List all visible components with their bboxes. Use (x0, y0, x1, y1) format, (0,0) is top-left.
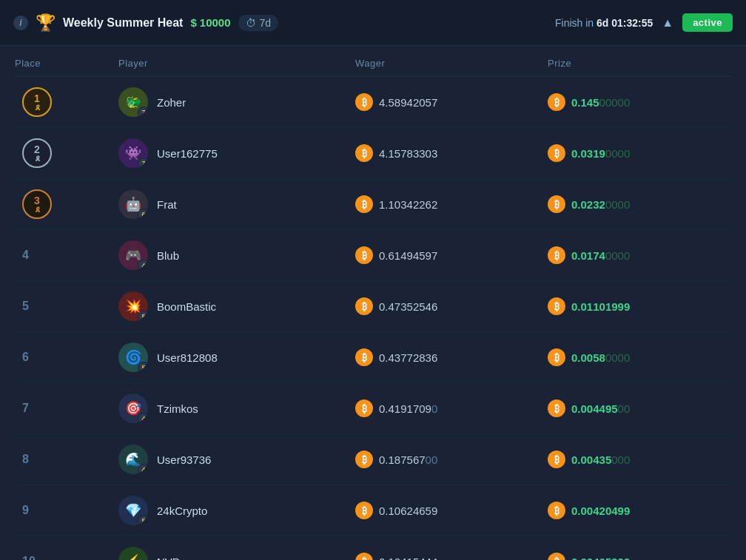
wager-cell: ₿ 0.41917090 (355, 399, 548, 417)
table-row: 5 💥 5 BoomBastic ₿ 0.47352546 ₿ 0.011019… (15, 281, 731, 332)
place-cell: 3 🎗 (15, 189, 118, 219)
place-number: 7 (22, 402, 29, 415)
place-cell: 5 (15, 300, 118, 313)
table-header: Place Player Wager Prize (15, 46, 731, 77)
header-left: i 🏆 Weekly Summer Heat $ 10000 ⏱ 7d (13, 13, 278, 33)
table-row: 4 🎮 4 Blub ₿ 0.61494597 ₿ 0.01740000 (15, 230, 731, 281)
wager-cell: ₿ 4.58942057 (355, 93, 548, 111)
wager-value: 0.47352546 (379, 300, 437, 313)
player-name[interactable]: User162775 (157, 147, 218, 160)
wager-cell: ₿ 1.10342262 (355, 195, 548, 213)
avatar-level: 6 (138, 209, 148, 219)
player-name[interactable]: User93736 (157, 453, 211, 466)
prize-value: 0.02320000 (571, 198, 630, 211)
avatar-level: 4 (138, 464, 148, 474)
prize-cell: ₿ 0.01740000 (548, 246, 731, 264)
btc-icon: ₿ (355, 144, 373, 162)
prize-amount: 10000 (200, 16, 231, 29)
avatar: 🎮 4 (118, 240, 148, 270)
wager-cell: ₿ 0.61494597 (355, 246, 548, 264)
prize-btc-icon: ₿ (548, 399, 565, 417)
chevron-up-icon[interactable]: ▲ (662, 16, 673, 30)
finish-label: Finish in 6d 01:32:55 (555, 17, 653, 29)
player-name[interactable]: Zoher (157, 96, 186, 109)
btc-icon: ₿ (355, 246, 373, 264)
avatar-level: 4 (138, 260, 148, 270)
wager-cell: ₿ 0.43772836 (355, 348, 548, 366)
player-name[interactable]: BoomBastic (157, 300, 216, 313)
avatar-level: 7 (138, 158, 148, 168)
prize-value: 0.00435000 (571, 453, 630, 466)
prize-btc-icon: ₿ (548, 553, 565, 560)
table-row: 6 🌀 5 User812808 ₿ 0.43772836 ₿ 0.005800… (15, 332, 731, 383)
prize-btc-icon: ₿ (548, 195, 565, 213)
btc-icon: ₿ (355, 399, 373, 417)
btc-icon: ₿ (355, 195, 373, 213)
player-cell: 🎯 4 Tzimkos (118, 394, 355, 423)
duration-badge: ⏱ 7d (238, 15, 279, 31)
player-name[interactable]: 24kCrypto (157, 505, 207, 517)
place-number: 5 (22, 300, 29, 313)
btc-icon: ₿ (355, 348, 373, 366)
prize-value: 0.00405999 (571, 556, 630, 561)
player-name[interactable]: Frat (157, 198, 177, 211)
table-row: 10 ⚡ 5 NVPower ₿ 0.10415444 ₿ 0.00405999 (15, 536, 731, 560)
table-row: 8 🌊 4 User93736 ₿ 0.18756700 ₿ 0.0043500… (15, 434, 731, 485)
player-name[interactable]: User812808 (157, 351, 218, 364)
prize-cell: ₿ 0.00435000 (548, 451, 731, 468)
prize-btc-icon: ₿ (548, 451, 565, 468)
table-row: 2 🎗 👾 7 User162775 ₿ 4.15783303 ₿ 0.0319… (15, 128, 731, 179)
prize-value: 0.00449500 (571, 402, 630, 415)
wager-value: 1.10342262 (379, 198, 437, 211)
prize-cell: ₿ 0.00420499 (548, 502, 731, 519)
player-name[interactable]: NVPower (157, 556, 204, 561)
place-number: 9 (22, 504, 29, 517)
avatar: ⚡ 5 (118, 547, 148, 560)
player-cell: 🐲 7 Zoher (118, 87, 355, 117)
player-name[interactable]: Tzimkos (157, 402, 198, 415)
col-wager: Wager (355, 58, 548, 69)
wager-value: 0.43772836 (379, 351, 437, 364)
place-cell: 4 (15, 249, 118, 262)
wager-value: 0.18756700 (379, 453, 437, 466)
avatar: 🌊 4 (118, 445, 148, 474)
place-cell: 6 (15, 351, 118, 364)
avatar: 🌀 5 (118, 343, 148, 372)
avatar: 🎯 4 (118, 394, 148, 423)
prize-cell: ₿ 0.03190000 (548, 144, 731, 162)
wager-cell: ₿ 0.10415444 (355, 553, 548, 560)
prize-btc-icon: ₿ (548, 348, 565, 366)
prize-btc-icon: ₿ (548, 297, 565, 315)
dollar-sign: $ (190, 16, 196, 29)
place-number: 4 (22, 249, 29, 262)
wager-value: 0.61494597 (379, 249, 437, 262)
wager-value: 0.10624659 (379, 505, 437, 517)
header-right: Finish in 6d 01:32:55 ▲ active (555, 13, 733, 32)
prize-btc-icon: ₿ (548, 502, 565, 519)
avatar-level: 4 (138, 413, 148, 423)
place-number: 10 (22, 555, 36, 560)
medal-3: 3 🎗 (22, 189, 52, 219)
place-cell: 10 (15, 555, 118, 560)
place-cell: 1 🎗 (15, 87, 118, 117)
wager-cell: ₿ 4.15783303 (355, 144, 548, 162)
prize-cell: ₿ 0.02320000 (548, 195, 731, 213)
prize-value: 0.01101999 (571, 300, 630, 313)
status-badge: active (682, 13, 733, 32)
btc-icon: ₿ (355, 502, 373, 519)
player-cell: 💎 5 24kCrypto (118, 496, 355, 525)
wager-value: 4.15783303 (379, 147, 437, 160)
table-row: 7 🎯 4 Tzimkos ₿ 0.41917090 ₿ 0.00449500 (15, 383, 731, 434)
btc-icon: ₿ (355, 451, 373, 468)
prize-value: 0.00580000 (571, 351, 630, 364)
prize-cell: ₿ 0.14500000 (548, 93, 731, 111)
info-icon[interactable]: i (13, 16, 28, 30)
avatar-level: 7 (138, 107, 148, 117)
avatar: 👾 7 (118, 138, 148, 168)
wager-cell: ₿ 0.18756700 (355, 451, 548, 468)
btc-icon: ₿ (355, 93, 373, 111)
prize-cell: ₿ 0.01101999 (548, 297, 731, 315)
avatar: 🤖 6 (118, 189, 148, 219)
player-name[interactable]: Blub (157, 249, 179, 262)
place-cell: 7 (15, 402, 118, 415)
